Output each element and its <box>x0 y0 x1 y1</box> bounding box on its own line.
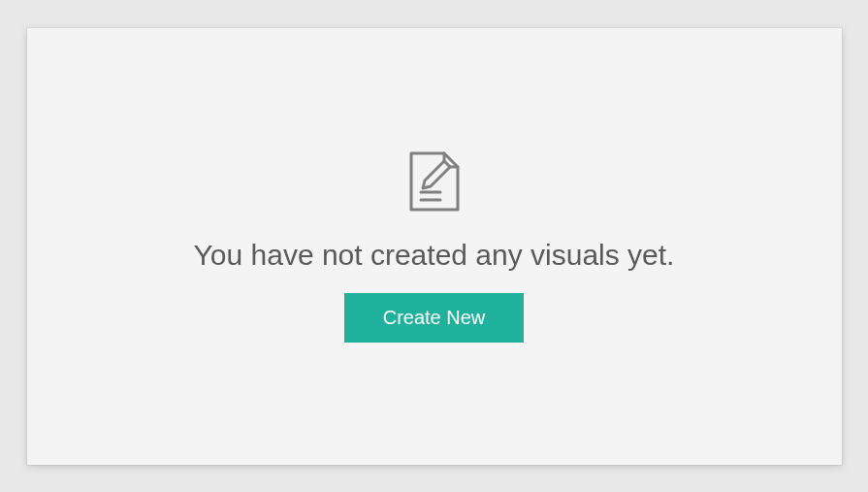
document-edit-icon <box>407 149 462 217</box>
empty-state-message: You have not created any visuals yet. <box>194 239 675 272</box>
empty-state-card: You have not created any visuals yet. Cr… <box>27 28 842 465</box>
create-new-button[interactable]: Create New <box>344 293 525 343</box>
